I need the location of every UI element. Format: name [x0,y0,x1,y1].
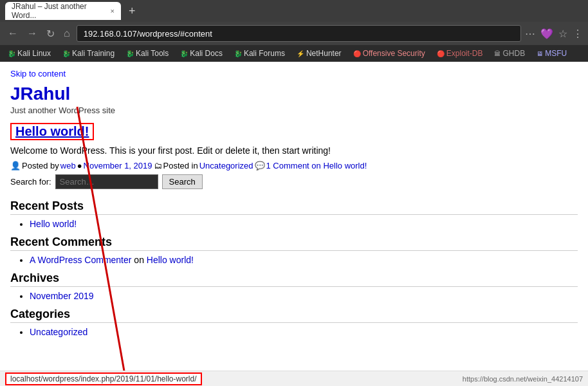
address-bar[interactable]: 192.168.0.107/wordpress/#content [77,25,521,42]
recent-post-link-1[interactable]: Hello world! [30,219,77,229]
bookmark-item[interactable]: 🐉Kali Docs [175,48,228,59]
search-label: Search for: [10,177,51,187]
bookmark-item[interactable]: 🔴Exploit-DB [432,48,488,59]
bookmarks-bar: 🐉Kali Linux🐉Kali Training🐉Kali Tools🐉Kal… [0,45,588,62]
archives-list: November 2019 [10,291,578,301]
comment-post-link[interactable]: Hello world! [147,255,194,265]
home-button[interactable]: ⌂ [61,26,73,41]
tab-close-icon[interactable]: × [111,7,115,15]
back-button[interactable]: ← [5,26,21,41]
meta-dot: ● [77,161,82,170]
search-input[interactable] [55,174,158,189]
list-item: Hello world! [30,219,578,229]
bookmark-item[interactable]: 🖥MSFU [531,48,572,59]
tab-title: JRahul – Just another Word... [12,2,107,20]
recent-comments-list: A WordPress Commenter on Hello world! [10,255,578,265]
bookmark-item[interactable]: 🐉Kali Tools [121,48,174,59]
site-title: JRahul [10,84,578,104]
list-item: A WordPress Commenter on Hello world! [30,255,578,265]
author-link[interactable]: web [60,161,76,170]
skip-to-content-link[interactable]: Skip to content [10,69,66,78]
more-icon[interactable]: ⋯ [525,28,535,40]
commenter-link[interactable]: A WordPress Commenter [30,255,131,265]
bookmark-item[interactable]: 🐉Kali Forums [229,48,290,59]
on-label: on [134,255,146,265]
bookmark-item[interactable]: 🔴Offensive Security [348,48,430,59]
archive-link-1[interactable]: November 2019 [30,291,94,301]
forward-button[interactable]: → [24,26,40,41]
list-item: November 2019 [30,291,578,301]
list-item: Uncategorized [30,327,578,337]
new-tab-button[interactable]: + [125,5,140,18]
toolbar-icons: ⋯ 💜 ☆ ⋮ [525,28,583,40]
posted-by-label: Posted by [22,161,59,170]
recent-comments-title: Recent Comments [10,235,578,251]
reload-button[interactable]: ↻ [44,26,57,41]
date-link[interactable]: November 1, 2019 [84,161,152,170]
bookmark-item[interactable]: 🏛GHDB [489,48,530,59]
site-tagline: Just another WordPress site [10,106,578,115]
post-title-link[interactable]: Hello world! [12,123,93,140]
meta-comment-icon: 💬 [255,161,265,170]
bookmark-item[interactable]: 🐉Kali Linux [3,48,56,59]
browser-tab[interactable]: JRahul – Just another Word... × [5,2,121,20]
category-link[interactable]: Uncategorized [199,161,253,170]
post-title-box: Hello world! [10,123,94,140]
extensions-icon[interactable]: ⋮ [573,28,583,40]
status-url: localhost/wordpress/index.php/2019/11/01… [5,372,202,385]
bookmark-item[interactable]: ⚡NetHunter [291,48,347,59]
post-meta: 👤 Posted by web ● November 1, 2019 🗂 Pos… [10,161,578,170]
archives-title: Archives [10,271,578,287]
meta-folder-icon: 🗂 [154,161,162,170]
address-text: 192.168.0.107/wordpress/#content [84,29,212,39]
bookmark-icon[interactable]: ☆ [558,28,567,40]
status-bar: localhost/wordpress/index.php/2019/11/01… [0,371,588,386]
comment-link[interactable]: 1 Comment on Hello world! [266,161,367,170]
page-content: Skip to content JRahul Just another Word… [0,62,588,371]
post-content: Welcome to WordPress. This is your first… [10,145,578,156]
posted-in-label: Posted in [163,161,198,170]
heart-icon[interactable]: 💜 [540,28,553,40]
search-row: Search for: Search [10,174,578,189]
status-right-text: https://blog.csdn.net/weixin_44214107 [463,375,583,383]
categories-list: Uncategorized [10,327,578,337]
browser-titlebar: JRahul – Just another Word... × + [0,0,588,22]
category-link-1[interactable]: Uncategorized [30,327,87,337]
browser-toolbar: ← → ↻ ⌂ 192.168.0.107/wordpress/#content… [0,22,588,45]
recent-posts-list: Hello world! [10,219,578,229]
search-button[interactable]: Search [162,174,203,189]
recent-posts-title: Recent Posts [10,199,578,215]
meta-user-icon: 👤 [10,161,21,170]
categories-title: Categories [10,308,578,323]
bookmark-item[interactable]: 🐉Kali Training [57,48,120,59]
